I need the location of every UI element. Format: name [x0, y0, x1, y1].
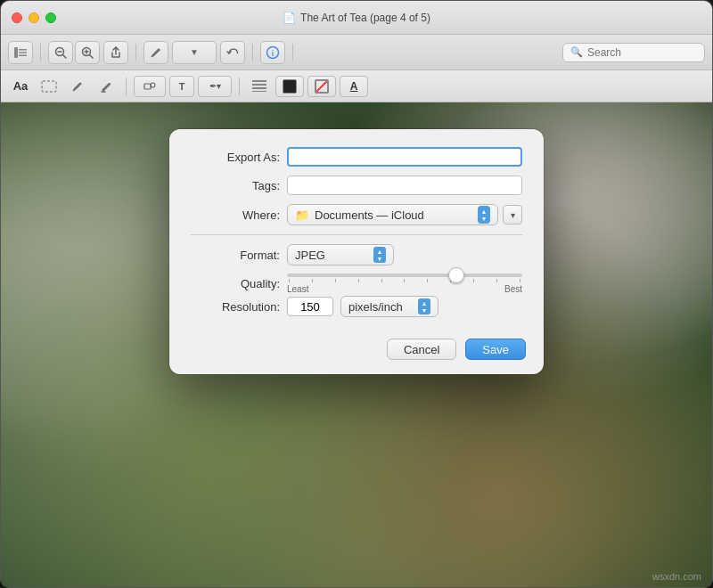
share-button[interactable]: [103, 41, 128, 64]
quality-row: Quality:: [191, 274, 522, 292]
undo-button[interactable]: [220, 41, 245, 64]
dialog-buttons: Cancel Save: [169, 326, 544, 374]
quality-min-label: Least: [287, 284, 308, 294]
font-button[interactable]: Aa: [8, 76, 33, 97]
zoom-in-button[interactable]: [75, 41, 100, 64]
toolbar: ▼ i 🔍: [1, 35, 712, 70]
resolution-stepper[interactable]: ▲ ▼: [418, 298, 430, 314]
save-dialog: Export As: Tags: Where: 📁 Documents — iC: [169, 129, 544, 374]
svg-line-5: [63, 54, 67, 58]
svg-text:i: i: [272, 49, 275, 58]
export-as-row: Export As:: [191, 147, 522, 167]
svg-rect-3: [19, 54, 27, 56]
resolution-row: Resolution: pixels/inch ▲ ▼: [191, 296, 522, 317]
where-label: Where:: [191, 208, 280, 222]
dialog-divider: [191, 234, 522, 235]
svg-rect-16: [144, 84, 151, 89]
where-dropdown[interactable]: 📁 Documents — iCloud ▲ ▼: [287, 204, 498, 225]
quality-max-label: Best: [504, 284, 522, 294]
format-label: Format:: [191, 249, 280, 262]
toolbar-separator-4: [292, 44, 293, 61]
where-expand-button[interactable]: ▾: [503, 205, 522, 225]
main-window: 📄 The Art of Tea (page 4 of 5): [0, 0, 713, 588]
resolution-unit-value: pixels/inch: [348, 300, 403, 314]
sidebar-toggle-button[interactable]: [8, 41, 33, 64]
color-fill-button[interactable]: [275, 76, 304, 97]
traffic-lights: [12, 12, 56, 23]
tags-label: Tags:: [191, 179, 280, 192]
document-icon: 📄: [283, 12, 296, 24]
window-title-group: 📄 The Art of Tea (page 4 of 5): [283, 12, 430, 24]
highlighter-button[interactable]: [94, 76, 119, 97]
svg-line-8: [90, 54, 94, 58]
toolbar-separator: [40, 44, 41, 61]
svg-rect-2: [19, 52, 27, 53]
toolbar-separator-2: [135, 44, 136, 61]
zoom-out-button[interactable]: [48, 41, 73, 64]
resolution-unit-dropdown[interactable]: pixels/inch ▲ ▼: [340, 296, 438, 317]
border-color-button[interactable]: [307, 76, 336, 97]
quality-slider-track: [287, 274, 522, 277]
svg-rect-14: [42, 81, 56, 92]
where-stepper[interactable]: ▲ ▼: [478, 206, 490, 224]
close-button[interactable]: [12, 12, 22, 23]
toolbar-separator-3: [252, 44, 253, 61]
quality-labels: Least Best: [287, 284, 522, 294]
export-as-input[interactable]: [287, 147, 522, 167]
search-icon: 🔍: [570, 46, 583, 58]
minimize-button[interactable]: [29, 12, 39, 23]
pen-tool-button[interactable]: [65, 76, 90, 97]
selection-box-button[interactable]: [37, 76, 61, 97]
dialog-body: Export As: Tags: Where: 📁 Documents — iC: [169, 129, 544, 317]
search-bar[interactable]: 🔍: [562, 43, 705, 62]
quality-slider-container: Least Best: [287, 274, 522, 292]
export-as-label: Export As:: [191, 151, 280, 164]
maximize-button[interactable]: [45, 12, 56, 23]
format-row: Format: JPEG ▲ ▼: [191, 244, 522, 265]
svg-rect-1: [19, 49, 27, 51]
pen-button[interactable]: [143, 41, 168, 64]
text-color-button[interactable]: A: [340, 76, 368, 97]
format-dropdown[interactable]: JPEG ▲ ▼: [287, 244, 394, 265]
svg-rect-0: [14, 47, 18, 58]
svg-point-17: [151, 83, 155, 87]
shapes-dropdown[interactable]: [134, 76, 166, 97]
textbox-button[interactable]: T: [169, 76, 194, 97]
format-bar: Aa T ✒▾: [1, 70, 712, 102]
tags-input[interactable]: [287, 176, 522, 195]
toolbar-group-nav: [8, 41, 33, 64]
signature-dropdown[interactable]: ✒▾: [198, 76, 232, 97]
where-value: Documents — iCloud: [315, 208, 424, 222]
search-input[interactable]: [587, 46, 697, 59]
resolution-input[interactable]: [287, 297, 333, 316]
folder-icon: 📁: [295, 208, 309, 222]
format-stepper[interactable]: ▲ ▼: [373, 247, 386, 263]
where-row: Where: 📁 Documents — iCloud ▲ ▼ ▾: [191, 204, 522, 225]
formatbar-separator: [126, 78, 127, 95]
tags-row: Tags:: [191, 176, 522, 195]
document-content: wsxdn.com Export As: Tags:: [1, 102, 712, 588]
cancel-button[interactable]: Cancel: [387, 339, 456, 360]
formatbar-separator-2: [239, 78, 240, 95]
modal-overlay: Export As: Tags: Where: 📁 Documents — iC: [1, 102, 712, 588]
align-button[interactable]: [247, 76, 272, 97]
quality-ticks: [287, 279, 522, 282]
window-title: The Art of Tea (page 4 of 5): [300, 12, 430, 24]
save-button[interactable]: Save: [465, 339, 526, 360]
quality-label: Quality:: [191, 277, 280, 290]
quality-slider-thumb[interactable]: [448, 267, 464, 283]
format-value: JPEG: [295, 249, 325, 262]
pen-mode-dropdown[interactable]: ▼: [172, 41, 217, 64]
resolution-label: Resolution:: [191, 300, 280, 314]
markup-button[interactable]: i: [260, 41, 285, 64]
toolbar-group-zoom: [48, 41, 100, 64]
titlebar: 📄 The Art of Tea (page 4 of 5): [1, 1, 712, 35]
